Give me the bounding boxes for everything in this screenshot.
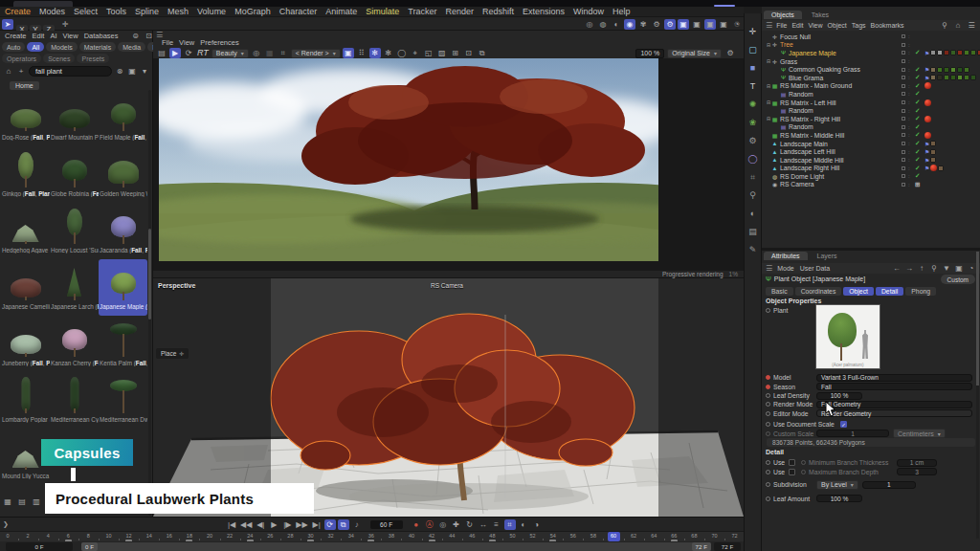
- om-menu-edit[interactable]: Edit: [791, 22, 803, 29]
- object-row-random[interactable]: ▤Random:✓: [762, 106, 980, 115]
- anim-dot[interactable]: [766, 308, 770, 313]
- visibility-box[interactable]: [902, 158, 905, 162]
- panel-tab-layers[interactable]: Layers: [810, 252, 845, 260]
- object-row-rs-camera[interactable]: ◉RS Camera:⊞: [762, 181, 980, 189]
- user-account-icon[interactable]: ◔: [731, 19, 743, 30]
- visibility-box[interactable]: [902, 76, 905, 79]
- menu-render[interactable]: Render: [445, 7, 474, 16]
- material-chip[interactable]: [950, 67, 956, 73]
- enabled-check-icon[interactable]: ✓: [915, 90, 920, 98]
- layout-c-icon[interactable]: ▣: [718, 19, 729, 30]
- panel-splitter[interactable]: [762, 248, 980, 251]
- material-chip[interactable]: [964, 75, 969, 80]
- anim-dot[interactable]: [766, 422, 770, 427]
- leaf-density-field[interactable]: 100 %: [816, 392, 862, 400]
- visibility-dots[interactable]: :: [908, 149, 910, 155]
- visibility-box[interactable]: [902, 125, 905, 129]
- camera-link-icon[interactable]: ⊞: [915, 181, 920, 188]
- list-view-icon[interactable]: ▤: [16, 496, 28, 507]
- visibility-dots[interactable]: :: [908, 58, 910, 64]
- home-icon[interactable]: ⌂: [3, 66, 14, 77]
- om-menu-view[interactable]: View: [809, 22, 823, 29]
- goto-start-icon[interactable]: |◀: [226, 519, 237, 530]
- enabled-check-icon[interactable]: ✓: [915, 49, 920, 56]
- object-row-random[interactable]: ▤Random:✓: [762, 90, 980, 99]
- select-tool-icon[interactable]: ➤: [2, 19, 13, 30]
- material-chip[interactable]: [930, 67, 936, 73]
- add-image-icon[interactable]: ⊞: [450, 48, 461, 58]
- plant-item-japanese-larch[interactable]: Japanese Larch (Fall, Pl...: [50, 259, 99, 316]
- keyframe-icon[interactable]: ◎: [437, 519, 449, 530]
- object-row-rs-matrix-main-ground[interactable]: ⊟▦RS Matrix - Main Ground:✓: [762, 82, 980, 91]
- material-chip[interactable]: [930, 149, 936, 155]
- om-menu-tags[interactable]: Tags: [852, 22, 866, 29]
- star-icon[interactable]: ✺: [747, 99, 759, 110]
- search-icon[interactable]: ⚲: [939, 20, 950, 31]
- plant-item-hedgehog-agave[interactable]: Hedgehog Agave (Fall...: [1, 203, 50, 259]
- rotation-icon[interactable]: ↻: [464, 519, 476, 530]
- object-row-landscape-left-hill[interactable]: ▲Landscape Left Hill:✓⚑: [762, 147, 980, 156]
- asset-menu-create[interactable]: Create: [5, 32, 27, 40]
- render-menu-view[interactable]: View: [179, 38, 194, 47]
- use-document-scale-checkbox[interactable]: ✓: [840, 421, 847, 428]
- plant-item-field-maple[interactable]: Field Maple (Fall, Plant): [99, 90, 147, 146]
- region-icon[interactable]: ◯: [396, 48, 408, 58]
- database-icon[interactable]: ▣: [126, 66, 138, 77]
- scale-icon[interactable]: ↔: [478, 519, 489, 530]
- asset-tab-materials[interactable]: Materials: [79, 42, 116, 52]
- loop-icon[interactable]: ⟳: [324, 519, 336, 530]
- lock-icon[interactable]: ▣: [953, 263, 965, 274]
- object-row-focus-null[interactable]: ✛Focus Null:: [762, 33, 980, 41]
- section-tab-detail[interactable]: Detail: [876, 287, 903, 296]
- plant-preview-thumbnail[interactable]: (Acer palmatum): [815, 304, 880, 369]
- quantize-icon[interactable]: ◍: [597, 19, 609, 30]
- panel-grip-icon[interactable]: ☰: [766, 21, 771, 30]
- material-chip[interactable]: [930, 157, 936, 163]
- redshift-material-chip[interactable]: [924, 116, 931, 122]
- material-chip[interactable]: [937, 75, 943, 80]
- redshift-material-chip[interactable]: [924, 132, 931, 139]
- menu-select[interactable]: Select: [74, 7, 98, 16]
- panel-tab-objects[interactable]: Objects: [764, 11, 802, 19]
- range-start-handle[interactable]: 0 F: [81, 542, 98, 551]
- section-tab-basic[interactable]: Basic: [766, 287, 793, 296]
- anim-dot[interactable]: [766, 470, 770, 474]
- redshift-material-chip[interactable]: [930, 165, 937, 171]
- subdivision-field[interactable]: 1: [862, 481, 916, 489]
- object-row-japanese-maple[interactable]: ΨJapanese Maple:✓⚑: [762, 49, 980, 57]
- visibility-box[interactable]: [902, 174, 905, 178]
- visibility-dots[interactable]: :: [908, 173, 910, 179]
- visibility-box[interactable]: [902, 92, 905, 96]
- enabled-check-icon[interactable]: ✓: [915, 172, 920, 180]
- forward-icon[interactable]: →: [903, 263, 915, 274]
- material-chip[interactable]: [937, 67, 943, 73]
- asset-menu-edit[interactable]: Edit: [33, 32, 45, 40]
- render-menu-file[interactable]: File: [162, 38, 173, 47]
- lock-icon[interactable]: ▣: [678, 19, 689, 30]
- plant-item-mediterranean-cypres[interactable]: Mediterranean Cypres...: [50, 372, 99, 429]
- pixel-icon[interactable]: ⠿: [356, 48, 368, 58]
- enabled-check-icon[interactable]: ✓: [915, 148, 920, 156]
- axis-icon[interactable]: ✛: [59, 19, 71, 30]
- info-view-icon[interactable]: ▥: [31, 496, 42, 507]
- object-row-rs-matrix-middle-hill[interactable]: ▦RS Matrix - Middle Hill:✓: [762, 131, 980, 140]
- asset-tab-all[interactable]: All: [27, 42, 44, 52]
- plant-item-mediterranean-dwarf[interactable]: Mediterranean Dwarf ...: [99, 372, 147, 429]
- thumb-view-icon[interactable]: ▦: [2, 496, 13, 507]
- panel-tab-attributes[interactable]: Attributes: [764, 252, 808, 260]
- enabled-check-icon[interactable]: ✓: [915, 74, 920, 81]
- gear-icon[interactable]: ⚙: [747, 136, 759, 146]
- visibility-box[interactable]: [902, 59, 905, 63]
- visibility-dots[interactable]: :: [908, 99, 910, 105]
- material-chip[interactable]: [930, 75, 936, 80]
- enabled-check-icon[interactable]: ✓: [915, 107, 920, 115]
- crop-icon[interactable]: ⌗: [278, 48, 289, 58]
- menu-tracker[interactable]: Tracker: [408, 7, 436, 16]
- material-chip[interactable]: [944, 50, 949, 55]
- visibility-dots[interactable]: :: [908, 116, 910, 121]
- object-row-rs-matrix-right-hill[interactable]: ⊟▦RS Matrix - Right Hill:✓: [762, 115, 980, 123]
- plant-item-dog-rose[interactable]: Dog-Rose (Fall, Plant): [1, 90, 50, 146]
- menu-spline[interactable]: Spline: [135, 7, 159, 16]
- range-start-field[interactable]: 0 F: [6, 542, 73, 551]
- visibility-dots[interactable]: :: [908, 108, 910, 114]
